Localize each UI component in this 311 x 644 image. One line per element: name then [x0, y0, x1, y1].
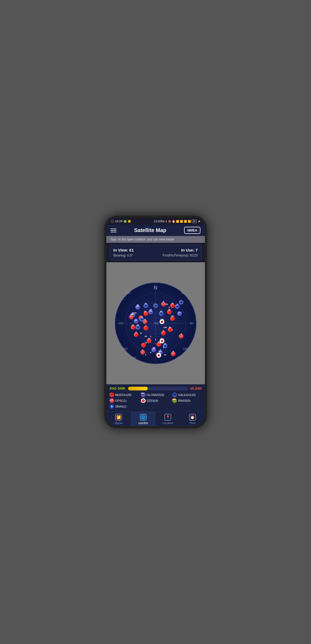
legend-sbas: A SBAS(1) [110, 404, 139, 409]
sat-label-33: 33 [160, 310, 162, 313]
sat-label-3: 3 [155, 338, 156, 341]
nav-signal[interactable]: 📶 Signal [106, 412, 131, 426]
legend-irnss: 🇮🇳 IRNSS(0) [172, 398, 201, 403]
sat-label-60: 60 [145, 335, 147, 337]
first-fix-time-label: FirstFixTime(ms): 6225 [162, 253, 198, 257]
sat-label-7: 7 [145, 325, 146, 327]
sat-label-21: 21 [145, 302, 147, 304]
signal-icon: 📶 [115, 414, 122, 421]
sat-label-1l: 1 [172, 329, 173, 331]
legend-grid: 🇨🇳 BEIDOU(26) 🇷🇺 GLONASS(9) 🇪🇺 GALILEO(1… [110, 393, 202, 409]
deg-150: 150° [177, 356, 183, 359]
sat-label-26e: 26 [166, 303, 168, 305]
status-time: 14:26 [115, 220, 123, 223]
snr-bar-background [128, 387, 188, 390]
deg-270: 270° [119, 322, 124, 325]
legend-glonass-label: GLONASS(9) [147, 393, 164, 396]
sat-label-12e: 12 [141, 316, 143, 318]
deg-30: 30° [181, 291, 185, 294]
sat-label-12: 12 [132, 324, 134, 326]
sat-label-45: 45 [148, 338, 150, 340]
sat-label-194: 194 [160, 338, 164, 340]
bearing-label: Bearing: 0.0° [113, 253, 133, 257]
sat-label-4c: 4 [163, 329, 164, 332]
nav-location-label: Location [162, 421, 173, 425]
sat-label-7e: 7 [177, 303, 178, 305]
tips-text: Tips: In the open outdoor, you can view … [111, 238, 175, 241]
sat-label-13: 13 [145, 341, 147, 344]
sat-label-24: 24 [137, 304, 139, 306]
sat-ru-3: 🇷🇺 [134, 319, 139, 323]
sat-label-1: 1 [163, 346, 164, 349]
location-icon: 📍 [164, 414, 171, 421]
satellite-info-box: In View: 61 In Use: 7 Bearing: 0.0° Firs… [110, 245, 202, 260]
sat-label-44: 44 [134, 312, 137, 314]
network-speed: 13.1KB/s [154, 220, 165, 223]
sat-eu-2: 🇪🇺 [153, 303, 158, 308]
legend-gps-label: GPS(11) [115, 399, 127, 402]
sat-label-10r: 10 [153, 346, 155, 349]
sat-label-6g: 6 [144, 318, 145, 320]
nav-satellite[interactable]: 🌐 satellite [131, 412, 156, 426]
sat-label-195: 195 [160, 318, 164, 320]
deg-210: 210° [131, 356, 137, 359]
compass-circle: N 30° 330° 270° 90° 240° 120° 210° 150° … [115, 283, 196, 364]
nav-time-label: Time [189, 421, 196, 425]
sat-label-26: 26 [137, 324, 139, 326]
sat-label-9r: 9 [145, 354, 146, 356]
legend-galileo: 🇪🇺 GALILEO(10) [172, 393, 201, 397]
legend-sbas-label: SBAS(1) [115, 405, 127, 408]
bottom-panel: AVG SNR: 20.3/60 🇨🇳 BEIDOU(26) 🇷🇺 GLONAS… [106, 384, 205, 411]
snr-label: AVG SNR: [110, 386, 126, 390]
battery-level: 98 [192, 219, 196, 223]
sat-label-11: 11 [140, 332, 142, 334]
sat-label-7r: 7 [160, 349, 161, 351]
sat-ru-e: 🇷🇺 [177, 311, 182, 316]
hamburger-menu[interactable] [111, 229, 116, 232]
in-use-label: In Use: 7 [181, 248, 198, 252]
app-header: Satellite Map NMEA [106, 225, 205, 236]
deg-240: 240° [123, 348, 128, 350]
sat-label-59: 59 [169, 326, 171, 329]
nmea-button[interactable]: NMEA [184, 227, 200, 234]
snr-row: AVG SNR: 20.3/60 [110, 386, 202, 390]
sat-label-35: 35 [150, 308, 152, 311]
legend-beidou-label: BEIDOU(26) [115, 393, 132, 396]
sat-label-20c: 20 [171, 302, 174, 304]
deg-300: 300° [154, 322, 159, 325]
nav-signal-label: Signal [115, 421, 123, 425]
sat-label-8: 8 [150, 351, 151, 354]
phone-frame: 14:26 🟢 😊 13.1KB/s ✈🔕⏰ 📶📶📶🛜 98 ⚡ Satelli… [104, 216, 207, 428]
deg-90: 90° [190, 322, 194, 325]
sat-label-9g: 9 [173, 350, 174, 353]
snr-value: 20.3/60 [190, 386, 201, 390]
nav-time[interactable]: ⏰ Time [180, 412, 205, 426]
time-icon: ⏰ [189, 414, 196, 421]
sat-label-10: 10 [144, 310, 146, 313]
satellite-map-area: N 30° 330° 270° 90° 240° 120° 210° 150° … [106, 262, 205, 384]
in-view-label: In View: 61 [113, 248, 134, 252]
sat-label-5g: 5 [163, 300, 164, 303]
sat-label-2g: 2 [142, 349, 143, 351]
status-bar: 14:26 🟢 😊 13.1KB/s ✈🔕⏰ 📶📶📶🛜 98 ⚡ [106, 218, 205, 225]
sat-label-22e: 22 [164, 342, 166, 345]
sat-label-22r: 22 [164, 354, 166, 356]
camera-dot [111, 219, 114, 223]
sat-label-24g: 24 [130, 313, 132, 316]
sat-label-4g: 4 [181, 333, 182, 335]
legend-gps: 🇺🇸 GPS(11) [110, 398, 139, 403]
legend-qzss-label: QZSS(4) [147, 399, 158, 402]
nav-bar: 📶 Signal 🌐 satellite 📍 Location ⏰ Time [106, 411, 205, 426]
page-title: Satellite Map [134, 227, 166, 233]
snr-bar-fill [128, 387, 148, 390]
legend-glonass: 🇷🇺 GLONASS(9) [141, 393, 170, 397]
satellite-icon: 🌐 [140, 414, 147, 421]
nav-location[interactable]: 📍 Location [156, 412, 180, 426]
deg-330: 330° [126, 291, 131, 294]
sat-eu-r2: 🇪🇺 [179, 300, 184, 305]
north-label: N [154, 285, 157, 291]
sat-label-29: 29 [168, 308, 170, 311]
sat-label-14: 14 [159, 341, 161, 344]
legend-irnss-label: IRNSS(0) [178, 399, 190, 402]
nav-satellite-label: satellite [138, 421, 148, 425]
